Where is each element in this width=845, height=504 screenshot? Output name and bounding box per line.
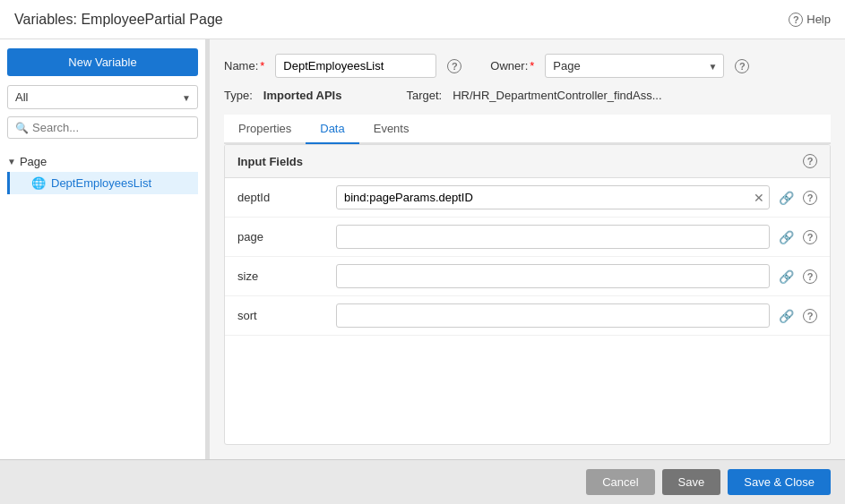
search-icon: 🔍	[15, 122, 29, 134]
link-icon-page[interactable]: 🔗	[779, 230, 794, 244]
footer: Cancel Save Save & Close	[0, 459, 845, 504]
help-icon-sort[interactable]: ?	[803, 309, 817, 323]
type-value: Imported APIs	[263, 89, 342, 102]
tabs-bar: Properties Data Events	[224, 115, 831, 144]
sidebar: New Variable All ▼ 🔍 ▼ Page 🌐 DeptEmploy…	[0, 39, 206, 459]
field-input-wrap-size	[336, 264, 770, 288]
owner-label: Owner:*	[490, 59, 534, 73]
panel-help-icon[interactable]: ?	[803, 154, 817, 168]
name-owner-row: Name:* ? Owner:* Page Application Servic…	[224, 54, 831, 78]
search-input[interactable]	[32, 121, 190, 134]
new-variable-button[interactable]: New Variable	[7, 48, 198, 76]
cancel-button[interactable]: Cancel	[586, 469, 654, 495]
search-wrap: 🔍	[7, 116, 198, 139]
target-value: HR/HR_DepartmentController_findAss...	[453, 89, 661, 102]
field-input-deptid[interactable]	[336, 185, 770, 209]
name-input[interactable]	[275, 54, 436, 78]
input-fields-table: deptId ✕ 🔗 ? page 🔗 ?	[225, 178, 830, 336]
chevron-down-icon: ▼	[7, 157, 16, 167]
help-icon-deptid[interactable]: ?	[803, 191, 817, 205]
field-input-wrap-page	[336, 225, 770, 249]
owner-select[interactable]: Page Application Service	[545, 54, 724, 78]
list-item[interactable]: 🌐 DeptEmployeesList	[7, 172, 198, 194]
type-label: Type:	[224, 89, 253, 102]
save-close-button[interactable]: Save & Close	[728, 469, 831, 495]
help-icon: ?	[789, 13, 803, 27]
field-input-size[interactable]	[336, 264, 770, 288]
tree-group-label: Page	[20, 155, 47, 168]
name-help-icon[interactable]: ?	[447, 59, 461, 73]
filter-dropdown-wrap: All ▼	[7, 85, 198, 109]
field-input-wrap-sort	[336, 303, 770, 328]
field-input-page[interactable]	[336, 225, 770, 249]
panel-header: Input Fields ?	[225, 145, 830, 178]
panel-title: Input Fields	[237, 155, 303, 168]
field-name-page: page	[237, 230, 327, 243]
link-icon-deptid[interactable]: 🔗	[779, 191, 794, 205]
tree-item-label: DeptEmployeesList	[51, 176, 151, 190]
field-name-size: size	[237, 269, 327, 283]
globe-icon: 🌐	[31, 176, 46, 190]
table-row: sort 🔗 ?	[225, 296, 830, 336]
link-icon-sort[interactable]: 🔗	[779, 309, 794, 323]
field-name-sort: sort	[237, 309, 327, 322]
page-title: Variables: EmployeePartial Page	[14, 12, 223, 28]
table-row: deptId ✕ 🔗 ?	[225, 178, 830, 218]
main-layout: New Variable All ▼ 🔍 ▼ Page 🌐 DeptEmploy…	[0, 39, 845, 459]
tab-properties[interactable]: Properties	[224, 115, 306, 144]
help-icon-page[interactable]: ?	[803, 230, 817, 244]
save-button[interactable]: Save	[662, 469, 721, 495]
table-row: page 🔗 ?	[225, 218, 830, 257]
help-icon-size[interactable]: ?	[803, 269, 817, 284]
tree-group-page[interactable]: ▼ Page	[7, 151, 198, 172]
field-name-deptid: deptId	[237, 191, 327, 204]
tab-data[interactable]: Data	[306, 115, 358, 144]
link-icon-size[interactable]: 🔗	[779, 269, 794, 284]
help-button[interactable]: ? Help	[789, 13, 831, 27]
clear-deptid-button[interactable]: ✕	[754, 192, 764, 204]
header: Variables: EmployeePartial Page ? Help	[0, 0, 845, 39]
content-area: Name:* ? Owner:* Page Application Servic…	[210, 39, 845, 459]
table-row: size 🔗 ?	[225, 257, 830, 296]
target-label: Target:	[406, 89, 442, 102]
type-target-row: Type: Imported APIs Target: HR/HR_Depart…	[224, 89, 831, 102]
owner-select-wrap: Page Application Service ▼	[545, 54, 724, 78]
owner-help-icon[interactable]: ?	[735, 59, 749, 73]
required-star-owner: *	[530, 59, 534, 73]
input-fields-panel: Input Fields ? deptId ✕ 🔗 ? page	[224, 144, 831, 445]
tree-section: ▼ Page 🌐 DeptEmployeesList	[0, 146, 205, 200]
name-label: Name:*	[224, 59, 264, 73]
tab-events[interactable]: Events	[359, 115, 424, 144]
field-input-sort[interactable]	[336, 303, 770, 328]
help-label: Help	[806, 13, 831, 26]
required-star: *	[260, 59, 264, 73]
field-input-wrap-deptid: ✕	[336, 185, 770, 209]
filter-select[interactable]: All	[7, 85, 198, 109]
